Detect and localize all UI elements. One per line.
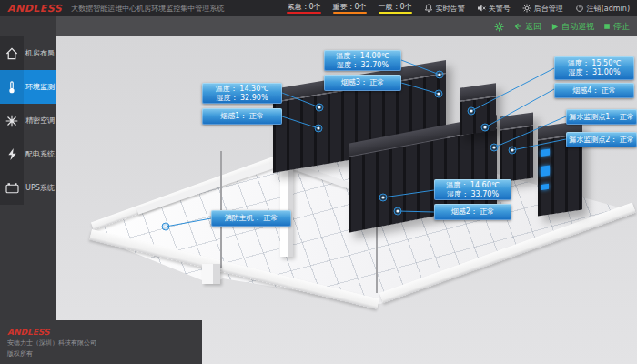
callout-smoke-detector-3: 烟感3： 正常 [324,75,401,91]
header-right: 紧急：0个 重要：0个 一般：0个 实时告警 关警号 后台管理 [287,3,630,14]
bolt-icon [0,137,24,171]
sidebar-item-precision-ac[interactable]: 精密空调 [0,104,56,137]
header-bar: ANDLESS 大数据智能运维中心机房环境监控集中管理系统 紧急：0个 重要：0… [0,0,637,16]
back-button[interactable]: 返回 [513,21,541,33]
sidebar-item-room-layout[interactable]: 机房布局 [0,36,56,70]
leak-status: 漏水监测点2： 正常 [569,136,634,145]
auto-patrol-label: 自动巡视 [561,21,594,33]
footer-company: 安德力士（深圳）科技有限公司 [7,339,202,348]
sidebar-item-label: 精密空调 [24,116,56,126]
footer-panel: ANDLESS 安德力士（深圳）科技有限公司 版权所有 [0,320,202,364]
callout-env-sensor-2: 温度： 14.60℃ 湿度： 33.70% [434,179,511,200]
menu-realtime-alarm[interactable]: 实时告警 [424,4,465,14]
auto-patrol-button[interactable]: 自动巡视 [551,21,594,33]
callout-smoke-detector-4: 烟感4： 正常 [554,83,634,98]
cabinet-medium [500,112,533,182]
footer-rights: 版权所有 [7,350,202,359]
menu-mute-alarm-label: 关警号 [489,4,511,14]
floor-box [202,264,220,284]
alarm-major-label: 重要：0个 [333,3,367,11]
thermometer-icon [0,70,24,104]
alarm-minor-label: 一般：0个 [379,3,412,11]
fire-host-status: 消防主机： 正常 [214,214,288,223]
back-button-label: 返回 [525,21,541,33]
menu-admin-console-label: 后台管理 [534,4,563,14]
sidebar-item-label: 机房布局 [24,48,56,58]
smoke-status: 烟感1： 正常 [205,112,279,121]
view-settings-button[interactable] [494,22,504,32]
speaker-off-icon [477,4,486,13]
sidebar-item-environment-monitor[interactable]: 环境监测 [0,70,56,104]
humidity-value: 湿度： 33.70% [437,190,509,199]
bell-icon [424,4,433,13]
rack-screen [541,184,549,190]
temperature-value: 温度： 15.50℃ [557,59,632,68]
settings-gear-icon [494,22,504,32]
smoke-status: 烟感4： 正常 [557,86,632,96]
rack-front [500,125,533,182]
power-icon [575,4,584,13]
menu-logout-label: 注销(admin) [587,4,630,14]
temperature-value: 温度： 14.00℃ [327,52,399,61]
cabinet-small [460,83,496,136]
callout-env-sensor-3: 温度： 14.00℃ 湿度： 32.70% [324,50,401,71]
play-icon [551,23,559,31]
humidity-value: 湿度： 32.70% [327,61,399,70]
rack-screen [541,166,550,177]
view-toolbar: 返回 自动巡视 停止 [56,16,637,36]
alarm-counter-minor: 一般：0个 [379,3,412,14]
callout-leak-detector-2: 漏水监测点2： 正常 [566,132,637,147]
sidebar-nav: 机房布局 环境监测 精密空调 配电系统 [0,16,56,364]
callout-smoke-detector-2: 烟感2： 正常 [434,204,511,220]
alarm-critical-label: 紧急：0个 [287,3,320,11]
stop-icon [603,23,611,30]
humidity-value: 湿度： 31.00% [557,68,632,77]
gear-icon [522,4,531,13]
brand-logo: ANDLESS [7,3,62,15]
smoke-status: 烟感3： 正常 [327,78,399,87]
sidebar-item-power-distribution[interactable]: 配电系统 [0,137,56,171]
callout-smoke-detector-1: 烟感1： 正常 [202,108,282,125]
smoke-status: 烟感2： 正常 [437,207,509,217]
alarm-minor-underline [379,12,412,14]
sensor-pole-1 [220,151,222,268]
menu-mute-alarm[interactable]: 关警号 [477,4,511,14]
app-window: 温度： 14.30℃ 湿度： 32.90% 烟感1： 正常 温度： 14.00℃… [0,0,637,364]
humidity-value: 湿度： 32.90% [205,94,279,103]
callout-fire-host: 消防主机： 正常 [211,210,291,227]
callout-leak-detector-1: 漏水监测点1： 正常 [566,109,637,125]
rack-screen [541,149,550,157]
alarm-major-underline [333,12,367,14]
callout-env-sensor-1: 温度： 14.30℃ 湿度： 32.90% [202,83,282,104]
snowflake-icon [0,104,24,137]
leak-status: 漏水监测点1： 正常 [569,113,634,122]
temperature-value: 温度： 14.60℃ [437,181,509,190]
sidebar-menu: 机房布局 环境监测 精密空调 配电系统 [0,36,56,205]
menu-realtime-alarm-label: 实时告警 [436,4,465,14]
alarm-counter-critical: 紧急：0个 [287,3,320,14]
footer-brand-logo: ANDLESS [7,328,202,337]
sidebar-item-label: 环境监测 [24,82,56,92]
stop-button-label: 停止 [613,21,630,33]
menu-admin-console[interactable]: 后台管理 [522,4,563,14]
alarm-critical-underline [287,12,320,14]
back-arrow-icon [513,22,522,31]
stop-button[interactable]: 停止 [603,21,630,33]
menu-logout[interactable]: 注销(admin) [575,4,630,14]
home-icon [0,36,24,70]
sidebar-item-label: UPS系统 [24,183,56,193]
rack-front [460,96,496,136]
sidebar-item-label: 配电系统 [24,149,56,159]
sidebar-item-ups-system[interactable]: UPS系统 [0,171,56,205]
temperature-value: 温度： 14.30℃ [205,85,279,94]
battery-icon [0,171,24,205]
alarm-counter-major: 重要：0个 [333,3,367,14]
callout-env-sensor-4: 温度： 15.50℃ 湿度： 31.00% [554,56,634,80]
system-title: 大数据智能运维中心机房环境监控集中管理系统 [71,4,224,14]
